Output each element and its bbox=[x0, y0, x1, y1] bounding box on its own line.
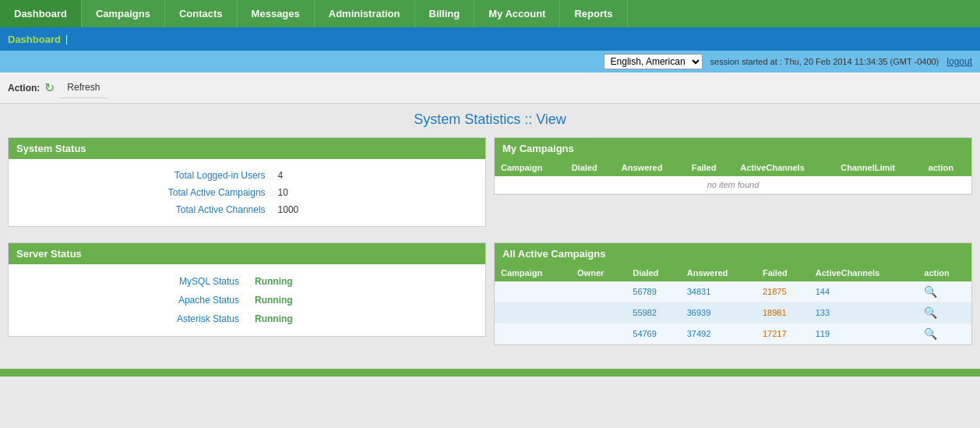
table-row: Total Active Campaigns10 bbox=[16, 184, 478, 201]
camp-name bbox=[495, 302, 571, 324]
server-status-panel: Server Status MySQL StatusRunningApache … bbox=[8, 242, 486, 337]
camp-active-channels: 119 bbox=[809, 324, 918, 345]
stat-label: Total Active Campaigns bbox=[16, 184, 270, 201]
session-text: session started at : Thu, 20 Feb 2014 11… bbox=[710, 57, 939, 66]
server-status-header: Server Status bbox=[9, 243, 485, 264]
column-header: ChannelLimit bbox=[834, 159, 922, 176]
page-title: System Statistics :: View bbox=[8, 111, 972, 128]
refresh-icon[interactable]: ↻ bbox=[44, 80, 55, 95]
camp-active-channels: 144 bbox=[809, 281, 918, 302]
system-status-header: System Status bbox=[9, 138, 485, 159]
nav-item-billing[interactable]: Billing bbox=[415, 0, 475, 27]
my-campaigns-panel: My Campaigns CampaignDialedAnsweredFaile… bbox=[494, 137, 972, 195]
table-row: Total Active Channels1000 bbox=[16, 201, 478, 218]
camp-failed: 17217 bbox=[756, 324, 809, 345]
table-row: Total Logged-in Users4 bbox=[16, 167, 478, 184]
server-value: Running bbox=[247, 272, 478, 291]
table-row: Apache StatusRunning bbox=[16, 291, 478, 310]
server-value: Running bbox=[247, 291, 478, 310]
breadcrumb-bar: Dashboard | bbox=[0, 27, 980, 51]
table-row: 55982 36939 18981 133 🔍 bbox=[495, 302, 971, 324]
nav-item-messages[interactable]: Messages bbox=[238, 0, 315, 27]
search-icon[interactable]: 🔍 bbox=[924, 306, 937, 319]
server-status-col: Server Status MySQL StatusRunningApache … bbox=[8, 242, 486, 353]
server-label: Asterisk Status bbox=[16, 310, 247, 328]
nav-item-contacts[interactable]: Contacts bbox=[165, 0, 238, 27]
server-status-body: MySQL StatusRunningApache StatusRunningA… bbox=[9, 264, 485, 336]
no-item-row: no item found bbox=[495, 176, 971, 194]
nav-item-reports[interactable]: Reports bbox=[560, 0, 627, 27]
camp-active-channels: 133 bbox=[809, 302, 918, 324]
camp-failed: 21875 bbox=[756, 281, 809, 302]
right-column: My Campaigns CampaignDialedAnsweredFaile… bbox=[494, 137, 972, 235]
column-header: Owner bbox=[571, 264, 626, 281]
logout-link[interactable]: logout bbox=[947, 56, 972, 67]
all-active-header: All Active Campaigns bbox=[495, 243, 971, 264]
table-row: MySQL StatusRunning bbox=[16, 272, 478, 291]
nav-item-administration[interactable]: Administration bbox=[315, 0, 415, 27]
main-content: System Statistics :: View System Status … bbox=[0, 104, 980, 369]
camp-action[interactable]: 🔍 bbox=[918, 324, 971, 345]
column-header: Failed bbox=[756, 264, 809, 281]
all-active-col: All Active Campaigns CampaignOwnerDialed… bbox=[494, 242, 972, 353]
language-select[interactable]: English, American bbox=[604, 54, 703, 69]
stat-value: 10 bbox=[270, 184, 478, 201]
camp-dialed: 54769 bbox=[626, 324, 680, 345]
camp-action[interactable]: 🔍 bbox=[918, 281, 971, 302]
server-value: Running bbox=[247, 310, 478, 328]
search-icon[interactable]: 🔍 bbox=[924, 285, 937, 298]
server-label: MySQL Status bbox=[16, 272, 247, 291]
camp-dialed: 56789 bbox=[626, 281, 680, 302]
all-active-table: CampaignOwnerDialedAnsweredFailedActiveC… bbox=[495, 264, 971, 345]
column-header: Campaign bbox=[495, 264, 571, 281]
stat-value: 4 bbox=[270, 167, 478, 184]
my-campaigns-body: CampaignDialedAnsweredFailedActiveChanne… bbox=[495, 159, 971, 194]
stat-label: Total Active Channels bbox=[16, 201, 270, 218]
action-label: Action: bbox=[8, 83, 40, 94]
system-status-table: Total Logged-in Users4Total Active Campa… bbox=[16, 167, 478, 218]
server-status-table: MySQL StatusRunningApache StatusRunningA… bbox=[16, 272, 478, 328]
server-label: Apache Status bbox=[16, 291, 247, 310]
nav-item-campaigns[interactable]: Campaigns bbox=[82, 0, 165, 27]
column-header: Campaign bbox=[495, 159, 566, 176]
my-campaigns-header: My Campaigns bbox=[495, 138, 971, 159]
top-nav: DashboardCampaignsContactsMessagesAdmini… bbox=[0, 0, 980, 27]
all-active-body: CampaignOwnerDialedAnsweredFailedActiveC… bbox=[495, 264, 971, 345]
column-header: action bbox=[918, 264, 971, 281]
column-header: ActiveChannels bbox=[809, 264, 918, 281]
my-campaigns-table: CampaignDialedAnsweredFailedActiveChanne… bbox=[495, 159, 971, 194]
all-active-panel: All Active Campaigns CampaignOwnerDialed… bbox=[494, 242, 972, 345]
column-header: action bbox=[922, 159, 971, 176]
breadcrumb-separator: | bbox=[65, 34, 68, 44]
camp-dialed: 55982 bbox=[626, 302, 680, 324]
search-icon[interactable]: 🔍 bbox=[924, 327, 937, 340]
column-header: Failed bbox=[686, 159, 735, 176]
bottom-bar bbox=[0, 369, 980, 377]
refresh-button[interactable]: Refresh bbox=[59, 77, 108, 98]
system-status-panel: System Status Total Logged-in Users4Tota… bbox=[8, 137, 486, 227]
nav-item-dashboard[interactable]: Dashboard bbox=[0, 0, 82, 27]
table-row: Asterisk StatusRunning bbox=[16, 310, 478, 328]
camp-action[interactable]: 🔍 bbox=[918, 302, 971, 324]
camp-name bbox=[495, 281, 571, 302]
column-header: Dialed bbox=[566, 159, 615, 176]
camp-owner bbox=[571, 324, 626, 345]
column-header: Answered bbox=[615, 159, 686, 176]
camp-owner bbox=[571, 302, 626, 324]
camp-failed: 18981 bbox=[756, 302, 809, 324]
nav-item-my-account[interactable]: My Account bbox=[474, 0, 560, 27]
breadcrumb-link[interactable]: Dashboard bbox=[8, 34, 61, 45]
column-header: Dialed bbox=[626, 264, 680, 281]
table-row: 54769 37492 17217 119 🔍 bbox=[495, 324, 971, 345]
camp-answered: 37492 bbox=[681, 324, 756, 345]
camp-name bbox=[495, 324, 571, 345]
camp-answered: 34831 bbox=[681, 281, 756, 302]
column-header: ActiveChannels bbox=[734, 159, 834, 176]
camp-answered: 36939 bbox=[681, 302, 756, 324]
action-bar: Action: ↻ Refresh bbox=[0, 73, 980, 104]
table-row: 56789 34831 21875 144 🔍 bbox=[495, 281, 971, 302]
system-status-body: Total Logged-in Users4Total Active Campa… bbox=[9, 159, 485, 226]
no-item-cell: no item found bbox=[495, 176, 971, 194]
camp-owner bbox=[571, 281, 626, 302]
stat-value: 1000 bbox=[270, 201, 478, 218]
